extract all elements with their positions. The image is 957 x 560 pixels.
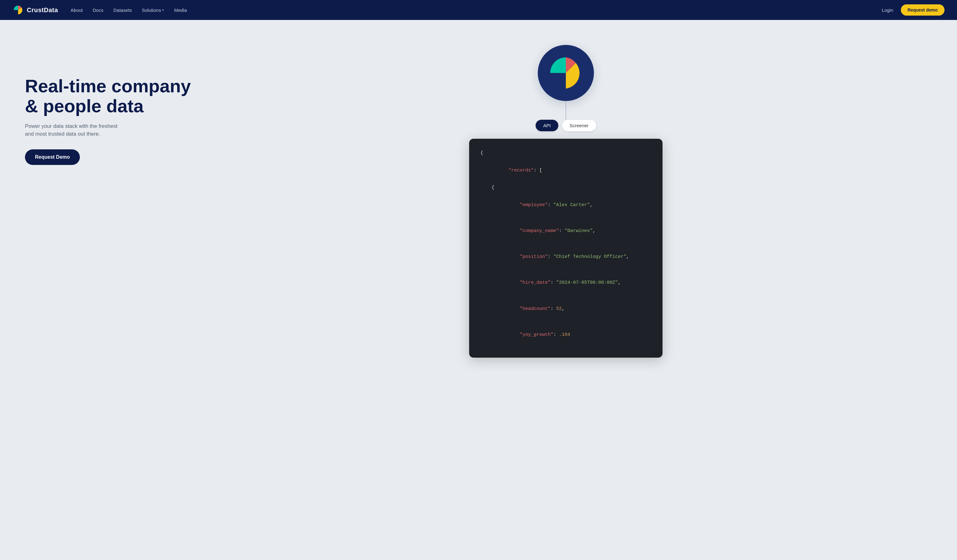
crustdata-logo-icon bbox=[13, 4, 24, 16]
nav-right: Login Request demo bbox=[882, 4, 944, 16]
screener-pill[interactable]: Screener bbox=[562, 120, 596, 131]
solutions-chevron-icon: ▾ bbox=[162, 8, 164, 12]
hero-logo-circle bbox=[538, 45, 594, 101]
nav-link-about[interactable]: About bbox=[71, 8, 83, 13]
hero-subtitle: Power your data stack with the freshesta… bbox=[25, 122, 144, 138]
hero-left: Real-time company & people data Power yo… bbox=[25, 39, 200, 165]
nav-logo[interactable]: CrustData bbox=[13, 4, 58, 16]
hero-section: Real-time company & people data Power yo… bbox=[0, 20, 957, 560]
code-line-position: "position": "Chief Technology Officer", bbox=[480, 244, 651, 270]
code-line-obj-open: { bbox=[480, 183, 651, 192]
nav-links: About Docs Datasets Solutions ▾ Media bbox=[71, 8, 882, 13]
hero-logo-icon bbox=[547, 54, 584, 91]
code-line-employee: "employee": "Alex Carter", bbox=[480, 192, 651, 218]
code-block: { "records": [ { "employee": "Alex Carte… bbox=[469, 139, 663, 358]
code-line-hire-date: "hire_date": "2024-07-05T00:00:00Z", bbox=[480, 270, 651, 296]
hero-right: API Screener { "records": [ { "employee"… bbox=[200, 39, 932, 358]
code-line-open-brace: { bbox=[480, 149, 651, 158]
request-demo-nav-button[interactable]: Request demo bbox=[901, 4, 944, 16]
login-button[interactable]: Login bbox=[882, 8, 893, 13]
brand-name: CrustData bbox=[27, 6, 58, 14]
request-demo-hero-button[interactable]: Request Demo bbox=[25, 149, 80, 165]
connector-line bbox=[565, 101, 566, 120]
nav-link-solutions[interactable]: Solutions ▾ bbox=[142, 8, 164, 13]
nav-link-docs[interactable]: Docs bbox=[93, 8, 103, 13]
pills-row: API Screener bbox=[535, 120, 596, 131]
code-line-company: "company_name": "Darwinex", bbox=[480, 218, 651, 244]
navbar: CrustData About Docs Datasets Solutions … bbox=[0, 0, 957, 20]
nav-link-media[interactable]: Media bbox=[174, 8, 187, 13]
nav-link-datasets[interactable]: Datasets bbox=[113, 8, 132, 13]
code-line-headcount: "headcount": 52, bbox=[480, 296, 651, 322]
api-pill[interactable]: API bbox=[535, 120, 558, 131]
hero-title: Real-time company & people data bbox=[25, 76, 200, 116]
code-line-records: "records": [ bbox=[480, 158, 651, 183]
code-line-yoy-growth: "yoy_growth": .104 bbox=[480, 322, 651, 348]
